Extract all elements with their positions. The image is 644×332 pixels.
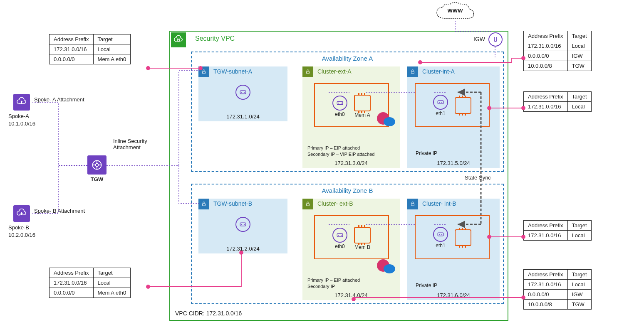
cluster-int-a: Cluster-int-A eth1 Private IP 172.31.5.0… [407,66,500,168]
lock-icon [198,66,209,77]
svg-point-11 [439,102,440,103]
subnet-cidr: 172.31.3.0/24 [334,160,368,166]
svg-rect-5 [307,71,310,74]
svg-rect-6 [337,101,343,105]
svg-point-4 [244,92,245,93]
subnet-label: Cluster- int-B [422,200,456,207]
inline-attach-label: Inline Security Attachment [113,138,157,150]
svg-point-7 [338,103,339,103]
svg-point-38 [146,285,150,288]
svg-rect-13 [203,204,206,206]
www-label: WWW [435,7,475,14]
tgw-subnet-a: TGW-subnet-A 172.31.1.0/24 [198,66,287,121]
eni-icon [235,85,250,100]
subnet-cidr: 172.31.5.0/24 [437,160,470,166]
svg-point-19 [338,235,339,236]
route-table-ext-a: Address PrefixTarget172.31.0.0/16Local0.… [523,31,592,71]
az-b-title: Availability Zone B [322,187,373,194]
spoke-b-name: Spoke-B [8,224,29,231]
eth-label: eth1 [433,243,448,248]
svg-point-12 [441,102,442,103]
svg-point-8 [341,103,342,103]
lock-icon [302,66,313,77]
svg-point-36 [146,66,150,70]
spoke-icon [13,94,30,111]
az-a: Availability Zone A TGW-subnet-A 172.31.… [191,52,504,172]
chip-icon [455,97,471,114]
lock-icon [407,66,418,77]
spoke-a-name: Spoke-A [8,113,29,119]
subnet-label: TGW-subnet-B [213,200,252,207]
spoke-b-attach: Spoke- B Attachment [34,208,85,214]
eni-icon [235,217,250,232]
svg-rect-2 [240,91,246,94]
checkpoint-icon [377,112,397,127]
subnet-cidr: 172.31.1.0/24 [226,113,260,120]
svg-point-15 [241,224,242,225]
state-sync-label: State Sync [465,175,491,181]
svg-point-26 [96,164,99,167]
svg-point-23 [439,234,440,235]
mem-label: Mem A [354,112,371,118]
tgw-label: TGW [87,176,107,182]
eni-icon [332,96,347,111]
chip-icon [455,229,471,246]
svg-rect-22 [438,233,443,236]
svg-rect-21 [411,204,414,206]
route-table-ext-b: Address PrefixTarget172.31.0.0/16Local0.… [523,269,592,310]
az-b: Availability Zone B TGW-subnet-B 172.31.… [191,184,504,304]
vpc-title: Security VPC [195,35,235,42]
subnet-label: TGW-subnet-A [213,68,252,75]
chip-icon [354,227,371,243]
svg-point-20 [341,235,342,236]
svg-rect-18 [337,234,343,237]
svg-rect-9 [411,71,414,74]
www-cloud: WWW [435,2,475,24]
lock-icon [198,199,209,209]
svg-point-24 [441,234,442,235]
route-table-int-a: Address PrefixTarget172.31.0.0/16Local [523,91,592,112]
spoke-icon [13,205,30,222]
svg-point-3 [241,92,242,93]
private-ip-label: Private IP [416,283,437,288]
security-vpc: Security VPC VPC CIDR: 172.31.0.0/16 Ava… [169,31,508,321]
route-table-tgw-b: Address PrefixTarget172.31.0.0/16Local0.… [49,268,131,298]
cluster-ext-b: Cluster- ext-B eth0 Mem B Primary IP – E… [302,199,400,300]
checkpoint-icon [377,259,397,274]
subnet-cidr: 172.31.4.0/24 [334,292,368,298]
eni-icon [332,228,347,243]
route-table-tgw-a: Address PrefixTarget172.31.0.0/16Local0.… [49,34,131,64]
tgw: TGW [87,155,107,182]
subnet-label: Cluster-int-A [422,68,455,75]
svg-rect-10 [438,101,443,104]
az-a-title: Availability Zone A [322,55,373,62]
chip-icon [354,95,371,111]
route-table-int-b: Address PrefixTarget172.31.0.0/16Local [523,220,592,241]
eth-label: eth1 [433,111,448,116]
lock-icon [407,199,418,209]
spoke-a-cidr: 10.1.0.0/16 [8,121,35,127]
eth-label: eth0 [332,243,347,249]
vpc-cidr: VPC CIDR: 172.31.0.0/16 [175,310,242,317]
subnet-cidr: 172.31.6.0/24 [437,292,470,298]
ip-caption: Primary IP – EIP attached Secondary IP –… [307,145,395,157]
private-ip-label: Private IP [416,150,437,156]
diagram-canvas: WWW IGW Security VPC VPC CIDR: 172.31.0.… [0,0,644,332]
lock-icon [302,199,313,209]
tgw-icon [87,155,107,175]
subnet-cidr: 172.31.2.0/24 [226,246,260,252]
spoke-a [13,94,30,111]
svg-point-16 [244,224,245,225]
svg-rect-1 [203,71,206,74]
device-box: eth1 [415,83,490,127]
spoke-a-attach: Spoke- A Attachment [34,96,84,103]
device-box: eth0 Mem B [314,215,389,259]
eth-label: eth0 [332,111,347,117]
svg-rect-17 [307,204,310,206]
spoke-b [13,205,30,222]
device-box: eth1 [415,215,490,259]
mem-label: Mem B [354,244,371,250]
eni-icon [433,227,448,242]
ip-caption: Primary IP – EIP attached Secondary IP [307,277,395,289]
svg-rect-14 [240,223,246,226]
